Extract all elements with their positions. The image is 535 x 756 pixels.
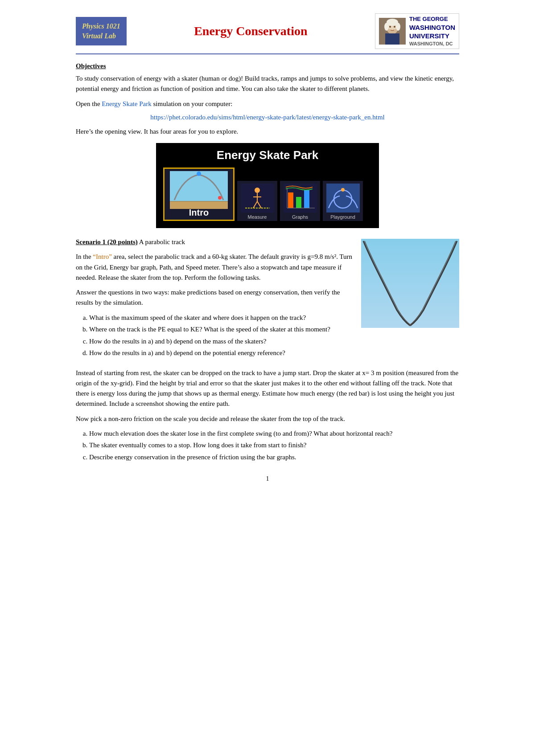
svg-rect-22	[288, 192, 293, 208]
header: Physics 1021 Virtual Lab Energy Conserva…	[76, 13, 459, 49]
simulation-url-link[interactable]: https://phet.colorado.edu/sims/html/ener…	[150, 114, 385, 121]
svg-point-4	[384, 23, 389, 31]
header-divider	[76, 53, 459, 54]
gwu-text: THE GEORGE WASHINGTON UNIVERSITY WASHING…	[409, 16, 455, 47]
panel-measure[interactable]: Measure	[237, 181, 277, 221]
open-simulation-text: Open the Energy Skate Park simulation on…	[76, 99, 459, 109]
page-title: Energy Conservation	[127, 24, 375, 38]
svg-point-5	[396, 23, 400, 31]
gwu-logo-area: THE GEORGE WASHINGTON UNIVERSITY WASHING…	[375, 13, 459, 49]
course-label: Physics 1021 Virtual Lab	[76, 17, 127, 46]
friction-item-c: Describe energy conservation in the pres…	[89, 452, 459, 462]
friction-item-a: How much elevation does the skater lose …	[89, 429, 459, 439]
page-number: 1	[76, 475, 459, 482]
svg-point-7	[389, 26, 391, 28]
svg-rect-24	[304, 190, 309, 208]
panel-playground[interactable]: Playground	[323, 181, 363, 221]
friction-item-b: The skater eventually comes to a stop. H…	[89, 440, 459, 450]
scenario-text: Scenario 1 (20 points) A parabolic track…	[76, 237, 354, 363]
panel-measure-image	[239, 183, 275, 213]
skatepark-sim-container: Energy Skate Park	[76, 143, 459, 228]
scenario1-paragraph1: In the “Intro” area, select the paraboli…	[76, 252, 354, 283]
objectives-title: Objectives	[76, 62, 459, 70]
scenario-container: Scenario 1 (20 points) A parabolic track…	[76, 237, 459, 363]
title-area: Energy Conservation	[127, 24, 375, 38]
svg-point-29	[341, 188, 345, 192]
scenario-title: Scenario 1 (20 points)	[76, 238, 138, 245]
scenario1-item-d: How do the results in a) and b) depend o…	[89, 348, 354, 358]
energy-skate-park-link[interactable]: Energy Skate Park	[102, 100, 151, 107]
scenario1-item-b: Where on the track is the PE equal to KE…	[89, 324, 354, 335]
skatepark-box: Energy Skate Park	[156, 143, 379, 228]
panel-graphs[interactable]: Graphs	[280, 181, 320, 221]
panel-graphs-label: Graphs	[292, 214, 308, 220]
scenario1-friction-list: How much elevation does the skater lose …	[89, 429, 459, 462]
gwu-portrait	[379, 18, 406, 45]
opening-view-text: Here’s the opening view. It has four are…	[76, 127, 459, 137]
panel-measure-label: Measure	[248, 214, 267, 220]
scenario1-paragraph2: Answer the questions in two ways: make p…	[76, 287, 354, 308]
svg-rect-30	[361, 239, 459, 328]
skatepark-title: Energy Skate Park	[163, 148, 372, 162]
svg-point-8	[394, 26, 395, 28]
svg-rect-23	[296, 197, 301, 208]
scenario1-list-ab: What is the maximum speed of the skater …	[89, 313, 354, 358]
scenario1-section: Scenario 1 (20 points) A parabolic track…	[76, 237, 459, 462]
scenario1-paragraph4: Now pick a non-zero friction on the scal…	[76, 414, 459, 424]
svg-point-12	[218, 196, 222, 200]
panel-intro-image	[165, 169, 233, 211]
scenario1-item-a: What is the maximum speed of the skater …	[89, 313, 354, 323]
scenario-title-line: Scenario 1 (20 points) A parabolic track	[76, 237, 354, 247]
panel-playground-image	[325, 183, 361, 213]
intro-area-ref: “Intro”	[93, 253, 111, 260]
scenario1-item-c: How do the results in a) and b) depend o…	[89, 336, 354, 347]
simulation-url-container: https://phet.colorado.edu/sims/html/ener…	[76, 114, 459, 121]
panel-intro[interactable]: Intro	[163, 168, 235, 221]
objectives-paragraph: To study conservation of energy with a s…	[76, 74, 459, 94]
objectives-section: Objectives To study conservation of ener…	[76, 62, 459, 137]
panel-graphs-image	[282, 183, 318, 213]
svg-point-15	[255, 188, 260, 193]
svg-point-11	[197, 172, 201, 176]
page: Physics 1021 Virtual Lab Energy Conserva…	[67, 0, 468, 509]
skatepark-panels: Intro	[163, 168, 372, 221]
panel-intro-label: Intro	[189, 208, 209, 218]
parabolic-track-image	[361, 239, 459, 363]
svg-rect-6	[385, 33, 399, 45]
scenario1-paragraph3: Instead of starting from rest, the skate…	[76, 368, 459, 409]
panel-playground-label: Playground	[330, 214, 355, 220]
